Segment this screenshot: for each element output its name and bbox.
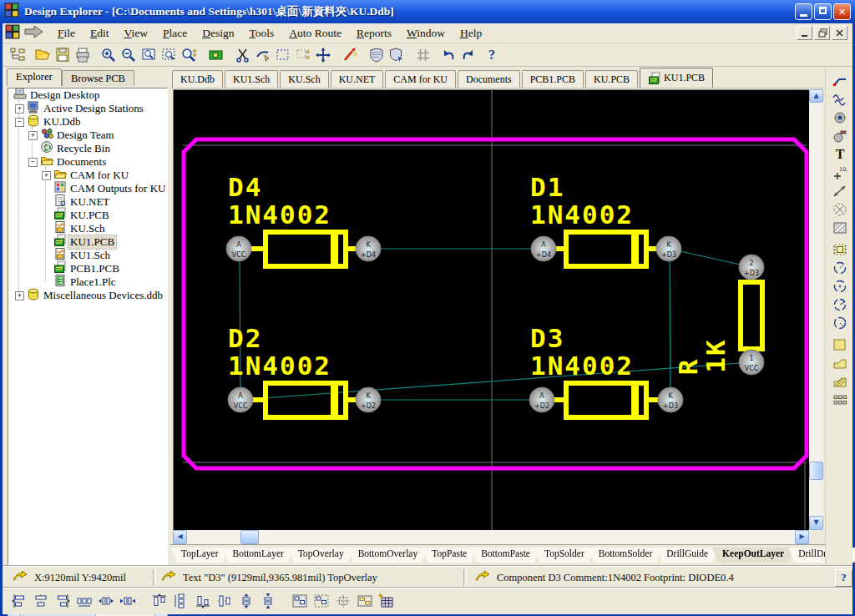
tree-expand-toggle[interactable]: +: [15, 291, 24, 300]
v-scroll-down-button[interactable]: ▼: [809, 516, 823, 530]
tree-item-label[interactable]: KU.Sch: [68, 222, 107, 235]
decrease-vertical-spacing-button[interactable]: [236, 592, 256, 610]
component-value-text[interactable]: 1N4002: [530, 351, 634, 381]
place-pad-array-button[interactable]: [830, 391, 850, 409]
help-button[interactable]: ?: [482, 46, 502, 64]
layer-tab-keepoutlayer[interactable]: KeepOutLayer: [712, 548, 794, 563]
decrease-horizontal-spacing-button[interactable]: [96, 592, 116, 610]
tree-item-label[interactable]: Miscellaneous Devices.ddb: [42, 289, 164, 302]
arrange-outside-room-button[interactable]: [311, 592, 331, 610]
tree-item-label[interactable]: Place1.Plc: [68, 275, 118, 289]
zoom-out-button[interactable]: [119, 46, 139, 64]
layer-tab-toppaste[interactable]: TopPaste: [422, 548, 477, 563]
menu-edit[interactable]: Edit: [83, 25, 117, 42]
place-keepout-button[interactable]: [830, 200, 850, 219]
document-tab-ku.ddb[interactable]: KU.Ddb: [172, 70, 223, 88]
pad-R-1[interactable]: 1 VCC: [739, 350, 764, 375]
place-coordinate-button[interactable]: 10,10: [830, 164, 850, 182]
h-scroll-left-button[interactable]: ◀: [173, 530, 187, 544]
document-tab-ku.pcb[interactable]: KU.PCB: [585, 70, 638, 88]
tree-expand-toggle[interactable]: +: [42, 171, 51, 180]
align-left-button[interactable]: [9, 592, 29, 610]
place-polygon-pour-button[interactable]: [830, 372, 850, 391]
tree-item[interactable]: +Miscellaneous Devices.ddb: [8, 289, 167, 302]
pad-D2-A[interactable]: A VCC: [228, 387, 253, 412]
place-via-button[interactable]: [830, 127, 850, 145]
menu-auto-route[interactable]: Auto Route: [281, 25, 349, 42]
arrange-within-room-button[interactable]: [290, 592, 310, 610]
drc-online-button[interactable]: [367, 46, 387, 64]
deselect-button[interactable]: [293, 46, 313, 64]
tree-item-label[interactable]: KU.PCB: [68, 209, 111, 222]
close-button[interactable]: ✕: [833, 3, 851, 20]
full-circle-button[interactable]: [830, 314, 850, 332]
select-area-button[interactable]: [273, 46, 293, 64]
menu-reports[interactable]: Reports: [349, 25, 399, 42]
pad-D4-A[interactable]: A VCC: [226, 236, 251, 261]
document-tab-ku.net[interactable]: KU.NET: [331, 70, 384, 88]
component-ref-text[interactable]: D2: [228, 323, 262, 353]
tree-item[interactable]: KU.PCB: [8, 209, 167, 222]
zoom-in-button[interactable]: [99, 46, 119, 64]
context-help-button[interactable]: ?: [835, 569, 852, 587]
arc-by-edge-button[interactable]: [830, 259, 850, 277]
place-fill-hatched-button[interactable]: [830, 219, 850, 237]
component-value-text[interactable]: 1N4002: [228, 199, 331, 230]
place-dimension-button[interactable]: [830, 182, 850, 200]
design-explorer-arrow-icon[interactable]: [23, 24, 45, 43]
wand-button[interactable]: [340, 46, 360, 64]
pad-D1-K[interactable]: K +D3: [656, 236, 681, 261]
place-pad-button[interactable]: [830, 109, 850, 127]
open-document-button[interactable]: [33, 46, 53, 64]
component-value-text[interactable]: 1N4002: [228, 351, 331, 381]
panel-tab-explorer[interactable]: Explorer: [7, 68, 62, 86]
tree-expand-toggle[interactable]: −: [15, 118, 24, 127]
highlight-net-button[interactable]: [253, 46, 273, 64]
place-track-button[interactable]: [830, 72, 850, 90]
menu-design[interactable]: Design: [195, 25, 241, 42]
zoom-point-button[interactable]: [180, 46, 200, 64]
mdi-minimize-button[interactable]: [797, 26, 812, 40]
place-component-button[interactable]: [830, 240, 850, 259]
tree-item-label[interactable]: CAM for KU: [68, 169, 130, 182]
align-top-button[interactable]: [149, 592, 169, 610]
tree-expand-toggle[interactable]: +: [28, 131, 38, 140]
document-tab-ku.sch[interactable]: KU.Sch: [280, 70, 328, 88]
layer-tab-topoverlay[interactable]: TopOverlay: [288, 548, 354, 563]
document-tab-ku1.pcb[interactable]: KU1.PCB: [640, 68, 713, 88]
h-scrollbar-thumb[interactable]: [240, 530, 259, 544]
v-scroll-up-button[interactable]: ▲: [809, 89, 823, 103]
zoom-window-button[interactable]: [139, 46, 159, 64]
save-button[interactable]: [53, 46, 73, 64]
component-ref-text[interactable]: D1: [530, 172, 564, 202]
tree-item[interactable]: KU.NET: [8, 195, 167, 209]
grid-toggle-button[interactable]: [413, 46, 433, 64]
tree-item[interactable]: PCB1.PCB: [8, 262, 167, 275]
tree-item[interactable]: KU.Sch: [8, 222, 167, 235]
tree-item-label[interactable]: PCB1.PCB: [68, 262, 121, 275]
component-value-text[interactable]: 1K: [701, 338, 731, 372]
tree-item[interactable]: −Documents: [8, 155, 167, 169]
tree-item-label[interactable]: Design Team: [55, 129, 116, 142]
component-ref-text[interactable]: D4: [228, 172, 262, 202]
tree-item-label[interactable]: Active Design Stations: [42, 102, 145, 115]
component-ref-text[interactable]: R: [673, 358, 703, 376]
zoom-area-button[interactable]: [159, 46, 180, 64]
tree-item[interactable]: KU1.PCB: [8, 235, 167, 249]
minimize-button[interactable]: [795, 3, 812, 20]
undo-button[interactable]: [438, 46, 458, 64]
menu-file[interactable]: File: [50, 25, 83, 42]
tree-expand-toggle[interactable]: −: [28, 158, 38, 167]
align-right-button[interactable]: [53, 592, 73, 610]
mdi-restore-button[interactable]: [814, 26, 830, 40]
layer-tab-bottomoverlay[interactable]: BottomOverlay: [348, 548, 428, 563]
arrange-components-button[interactable]: [355, 592, 375, 610]
tree-item-label[interactable]: Recycle Bin: [55, 142, 112, 155]
layer-tab-drillguide[interactable]: DrillGuide: [656, 548, 718, 563]
h-scrollbar-track[interactable]: [173, 530, 809, 544]
drc-batch-button[interactable]: [387, 46, 407, 64]
mdi-close-button[interactable]: [832, 26, 847, 40]
layer-tab-bottompaste[interactable]: BottomPaste: [471, 548, 540, 563]
redo-button[interactable]: [458, 46, 478, 64]
layer-tab-bottomsolder[interactable]: BottomSolder: [589, 548, 663, 563]
